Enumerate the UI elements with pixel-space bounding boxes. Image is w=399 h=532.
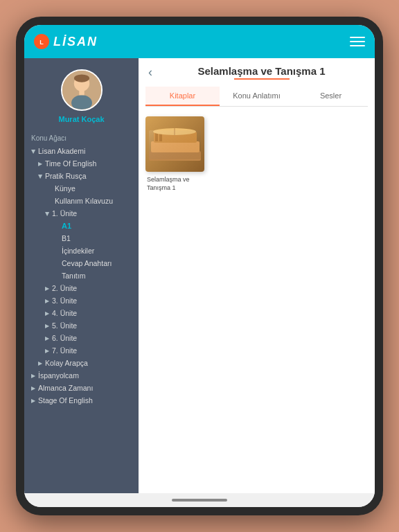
logo-area: L LİSAN [34,34,98,49]
svg-text:L: L [39,39,44,46]
sidebar-item-almanca-zamani[interactable]: ▶ Almanca Zamanı [24,382,139,394]
sidebar-item-unite-1[interactable]: ▶ 1. Ünite [24,207,139,220]
sidebar-item-lisan-akademi[interactable]: ▶ Lisan Akademi [24,145,139,157]
section-title: Konu Ağacı [24,129,139,145]
back-button[interactable]: ‹ [148,65,152,80]
sidebar-item-kunye[interactable]: Künye [24,182,139,195]
sidebar-item-tanitim[interactable]: Tanıtım [24,269,139,282]
sidebar-item-label: 6. Ünite [52,334,77,342]
svg-rect-6 [79,90,84,95]
main-content: Murat Koçak Konu Ağacı ▶ Lisan Akademi▶ … [24,58,375,493]
sidebar-item-label: Künye [55,184,76,193]
book-cover [145,116,204,172]
top-bar: L LİSAN [24,25,375,58]
title-underline [234,78,290,80]
tablet-screen: L LİSAN [24,25,375,507]
tablet-frame: L LİSAN [16,17,383,515]
avatar-area: Murat Koçak [58,58,104,129]
svg-rect-14 [149,130,201,159]
sidebar-item-label: 5. Ünite [52,321,77,330]
arrow-icon: ▶ [44,211,51,215]
sidebar-item-label: Stage Of English [38,396,93,405]
home-bar [172,499,227,502]
sidebar-item-label: Pratik Rusça [45,172,87,180]
tab-sesler[interactable]: Sesler [294,87,368,106]
avatar [61,69,103,111]
tab-konu-anlatimi[interactable]: Konu Anlatımı [220,87,294,106]
book-card-book-1[interactable]: Selamlaşma ve Tanışma 1 [145,116,208,192]
sidebar-item-label: Lisan Akademi [38,147,85,155]
logo-text: LİSAN [53,35,98,49]
arrow-icon: ▶ [45,285,49,292]
tab-kitaplar[interactable]: Kitaplar [145,87,220,106]
sidebar-item-label: Almanca Zamanı [38,384,93,392]
sidebar-item-label: Cevap Anahtarı [62,259,112,267]
sidebar-item-label: 4. Ünite [52,309,77,317]
sidebar-item-label: 3. Ünite [52,296,77,305]
books-area: Selamlaşma ve Tanışma 1 [139,107,375,493]
sidebar-item-label: Kullanım Kılavuzu [55,197,113,205]
user-name: Murat Koçak [58,115,104,123]
sidebar-item-label: Time Of English [45,159,96,168]
arrow-icon: ▶ [37,174,44,178]
svg-point-4 [73,74,89,82]
logo-icon: L [34,34,49,49]
sidebar-item-unite-6[interactable]: ▶ 6. Ünite [24,332,139,344]
arrow-icon: ▶ [45,348,49,354]
sidebar-tree: ▶ Lisan Akademi▶ Time Of English▶ Pratik… [24,145,139,407]
hamburger-icon[interactable] [350,37,365,46]
sidebar-item-label: İçindekiler [62,247,94,255]
arrow-icon: ▶ [31,398,35,404]
arrow-icon: ▶ [45,323,49,329]
sidebar-item-kolay-arapca[interactable]: ▶ Kolay Arapça [24,357,139,369]
sidebar-item-ispanyolcam[interactable]: ▶ İspanyolcam [24,369,139,382]
panel-header: ‹ Selamlaşma ve Tanışma 1 [139,58,375,82]
sidebar-item-unite-3[interactable]: ▶ 3. Ünite [24,294,139,307]
book-title: Selamlaşma ve Tanışma 1 [145,176,208,192]
arrow-icon: ▶ [38,161,42,167]
sidebar-item-unite-2[interactable]: ▶ 2. Ünite [24,282,139,294]
sidebar-item-icindekiler[interactable]: İçindekiler [24,245,139,257]
sidebar-item-pratik-rusca[interactable]: ▶ Pratik Rusça [24,170,139,182]
arrow-icon: ▶ [30,149,37,153]
home-indicator-bar [24,493,375,507]
sidebar-item-label: Tanıtım [62,272,85,280]
arrow-icon: ▶ [31,373,35,379]
sidebar-item-a1[interactable]: A1 [24,220,139,232]
sidebar-item-kullanim-kilavuzu[interactable]: Kullanım Kılavuzu [24,195,139,207]
arrow-icon: ▶ [45,298,49,304]
sidebar-item-cevap-anahtari[interactable]: Cevap Anahtarı [24,257,139,269]
panel-title: Selamlaşma ve Tanışma 1 [158,65,365,77]
sidebar-item-label: İspanyolcam [38,371,79,380]
sidebar-item-unite-4[interactable]: ▶ 4. Ünite [24,307,139,319]
arrow-icon: ▶ [31,385,35,391]
sidebar-item-label: A1 [62,222,71,230]
arrow-icon: ▶ [38,360,42,366]
sidebar-item-label: 1. Ünite [52,209,77,218]
sidebar-item-label: B1 [62,234,71,242]
sidebar-item-stage-of-english[interactable]: ▶ Stage Of English [24,394,139,407]
sidebar-item-unite-7[interactable]: ▶ 7. Ünite [24,344,139,357]
tabs: KitaplarKonu AnlatımıSesler [145,87,368,107]
arrow-icon: ▶ [45,310,49,317]
sidebar-item-label: Kolay Arapça [45,359,88,367]
arrow-icon: ▶ [45,335,49,342]
sidebar: Murat Koçak Konu Ağacı ▶ Lisan Akademi▶ … [24,58,139,493]
sidebar-item-b1[interactable]: B1 [24,232,139,245]
right-panel: ‹ Selamlaşma ve Tanışma 1 KitaplarKonu A… [139,58,375,493]
sidebar-item-label: 7. Ünite [52,346,77,355]
sidebar-item-time-of-english[interactable]: ▶ Time Of English [24,157,139,170]
sidebar-item-label: 2. Ünite [52,284,77,292]
sidebar-item-unite-5[interactable]: ▶ 5. Ünite [24,319,139,332]
